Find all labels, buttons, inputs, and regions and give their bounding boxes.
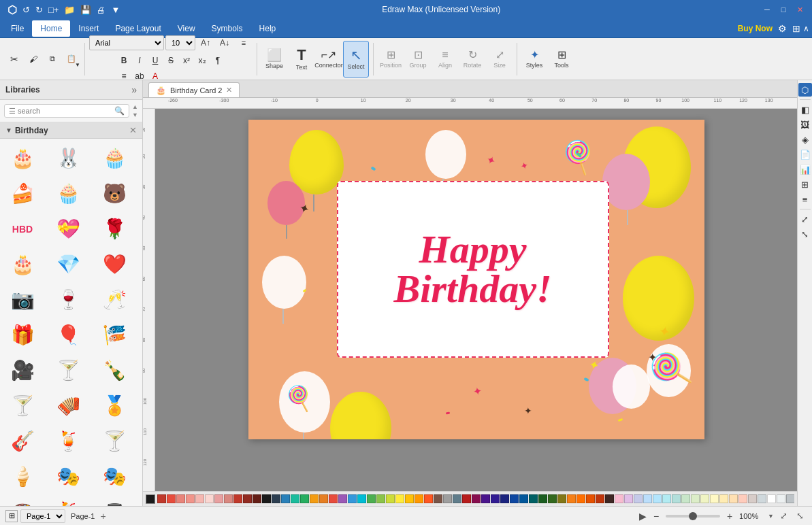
category-header-birthday[interactable]: ▼ Birthday ✕ xyxy=(0,122,142,139)
color-swatch[interactable] xyxy=(758,494,766,503)
shape-item-cake3[interactable]: 🎂 xyxy=(3,248,42,282)
color-swatch[interactable] xyxy=(729,494,738,503)
search-input[interactable] xyxy=(18,107,114,115)
underline-btn[interactable]: U xyxy=(148,53,163,68)
color-swatch[interactable] xyxy=(557,494,566,503)
color-swatch[interactable] xyxy=(596,494,604,503)
open-btn[interactable]: 📁 xyxy=(62,5,77,15)
bold-btn[interactable]: B xyxy=(116,53,131,68)
color-swatch[interactable] xyxy=(395,494,404,503)
layout-icon[interactable]: ⊞ xyxy=(792,23,800,34)
font-size-select[interactable]: 10 xyxy=(165,35,195,50)
sidebar-collapse-btn[interactable]: » xyxy=(131,84,137,95)
shape-item-heart[interactable]: ❤️ xyxy=(95,248,134,282)
color-swatch[interactable] xyxy=(576,494,585,503)
color-swatch[interactable] xyxy=(491,494,500,503)
rp-fit-btn[interactable]: ⤢ xyxy=(798,212,812,226)
color-swatch[interactable] xyxy=(329,494,338,503)
color-swatch[interactable] xyxy=(415,494,423,503)
color-swatch[interactable] xyxy=(624,494,633,503)
shape-item-pie[interactable]: 🍰 xyxy=(3,177,42,211)
size-btn[interactable]: ⤢ Size xyxy=(487,41,513,78)
paragraph-btn[interactable]: ≡ xyxy=(235,34,253,52)
collapse-icon[interactable]: ∧ xyxy=(803,24,809,33)
color-swatch[interactable] xyxy=(195,494,204,503)
play-btn[interactable]: ▶ xyxy=(639,511,647,522)
shape-item-bunting[interactable]: 🎏 xyxy=(95,318,134,352)
canvas[interactable]: ✦ ✦ ✦ ✦ ✦ ✦ ✦ ✦ ✦ ✦ 🍭 🍭 xyxy=(248,120,704,439)
color-swatch[interactable] xyxy=(348,494,357,503)
shape-item-cocktail4[interactable]: 🍸 xyxy=(95,424,134,458)
search-icon[interactable]: 🔍 xyxy=(114,106,125,116)
color-swatch[interactable] xyxy=(453,494,461,503)
shape-btn[interactable]: ⬜ Shape xyxy=(261,41,287,78)
shape-item-icecream[interactable]: 🍦 xyxy=(3,460,42,494)
color-swatch[interactable] xyxy=(634,494,643,503)
add-page-btn[interactable]: + xyxy=(100,511,105,522)
buy-now-link[interactable]: Buy Now xyxy=(738,24,773,33)
shape-item-harp[interactable]: 🪗 xyxy=(49,389,88,423)
fit-page-btn[interactable]: ⤢ xyxy=(777,509,790,523)
color-swatch[interactable] xyxy=(233,494,242,503)
tab-birthday-card[interactable]: 🎂 Birthday Card 2 ✕ xyxy=(148,82,240,97)
settings-icon[interactable]: ⚙ xyxy=(778,23,787,34)
color-swatch[interactable] xyxy=(681,494,690,503)
color-swatch[interactable] xyxy=(605,494,614,503)
shape-item-cocktail3[interactable]: 🍹 xyxy=(49,424,88,458)
shape-item-cake2[interactable]: 🧁 xyxy=(95,141,134,175)
shape-item-wine[interactable]: 🍷 xyxy=(49,283,88,317)
shape-item-hearts[interactable]: 💝 xyxy=(49,212,88,246)
group-btn[interactable]: ⊡ Group xyxy=(405,41,431,78)
tools-btn[interactable]: ⊞ Tools xyxy=(549,41,574,78)
list-btn[interactable]: ¶ xyxy=(210,53,225,68)
color-swatch[interactable] xyxy=(586,494,595,503)
format-painter-btn[interactable]: 🖌 xyxy=(25,50,42,68)
redo-btn[interactable]: ↻ xyxy=(33,5,45,15)
color-swatch[interactable] xyxy=(300,494,309,503)
rp-table-btn[interactable]: ⊞ xyxy=(798,177,812,191)
color-swatch[interactable] xyxy=(243,494,252,503)
rp-image-btn[interactable]: 🖼 xyxy=(798,118,812,131)
scroll-down-btn[interactable]: ▼ xyxy=(132,111,138,119)
color-swatch[interactable] xyxy=(472,494,481,503)
color-swatch[interactable] xyxy=(205,494,214,503)
rp-layers-btn[interactable]: ◧ xyxy=(798,103,812,116)
superscript-btn[interactable]: x² xyxy=(179,53,194,68)
color-swatch[interactable] xyxy=(662,494,671,503)
color-swatch[interactable] xyxy=(262,494,271,503)
shape-item-rose[interactable]: 🌹 xyxy=(95,212,134,246)
color-swatch[interactable] xyxy=(319,494,328,503)
cut-btn[interactable]: ✂ xyxy=(5,50,23,68)
color-swatch[interactable] xyxy=(310,494,319,503)
menu-help[interactable]: Help xyxy=(251,20,285,37)
rp-shapes-btn[interactable]: ◈ xyxy=(798,133,812,146)
color-swatch[interactable] xyxy=(367,494,376,503)
shape-item-bunny[interactable]: 🐰 xyxy=(49,141,88,175)
font-size-increase-btn[interactable]: A↑ xyxy=(197,34,214,52)
subscript-btn[interactable]: x₂ xyxy=(195,53,210,68)
scroll-up-btn[interactable]: ▲ xyxy=(132,103,138,111)
shape-item-mask2[interactable]: 🎭 xyxy=(95,460,134,494)
shape-item-guitar[interactable]: 🎸 xyxy=(3,424,42,458)
color-swatch[interactable] xyxy=(672,494,681,503)
shape-item-cake1[interactable]: 🎂 xyxy=(3,141,42,175)
shape-item-bear[interactable]: 🐻 xyxy=(95,177,134,211)
shape-item-cocktail5[interactable]: 🍹 xyxy=(49,495,88,506)
color-swatch[interactable] xyxy=(519,494,528,503)
maximize-btn[interactable]: □ xyxy=(777,3,790,16)
position-btn[interactable]: ⊞ Position xyxy=(378,41,404,78)
color-swatch[interactable] xyxy=(157,494,166,503)
color-swatch[interactable] xyxy=(357,494,366,503)
page-select[interactable]: Page-1 xyxy=(20,509,65,523)
rp-data-btn[interactable]: ≡ xyxy=(798,192,812,206)
shape-item-champagne[interactable]: 🥂 xyxy=(95,283,134,317)
color-swatch[interactable] xyxy=(481,494,490,503)
color-swatch[interactable] xyxy=(462,494,471,503)
rp-page-btn[interactable]: 📄 xyxy=(798,148,812,161)
category-close-btn[interactable]: ✕ xyxy=(129,125,137,135)
current-color-btn[interactable] xyxy=(146,494,155,504)
rotate-btn[interactable]: ↻ Rotate xyxy=(459,41,485,78)
connector-btn[interactable]: ⌐↗ Connector xyxy=(316,41,342,78)
italic-btn[interactable]: I xyxy=(132,53,147,68)
color-swatch[interactable] xyxy=(176,494,185,503)
